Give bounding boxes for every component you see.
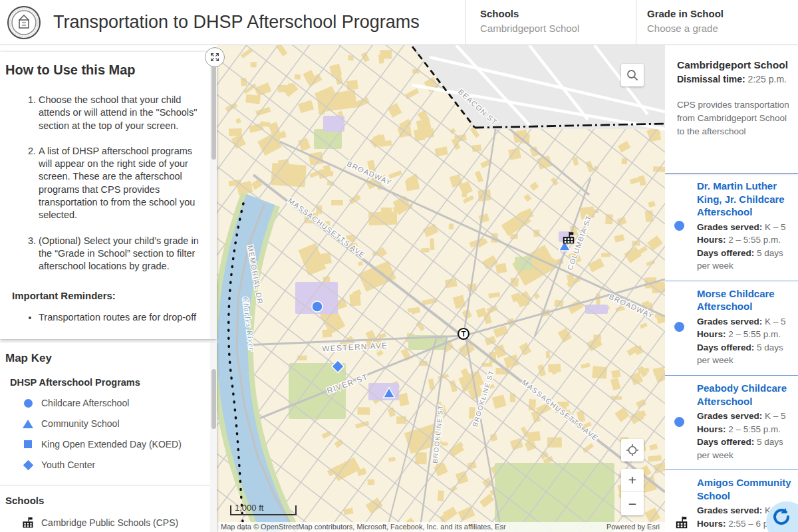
programs-panel: Cambridgeport School Dismissal time: 2:2… <box>665 45 798 532</box>
legend-label: Cambridge Public Schools (CPS) <box>41 517 178 528</box>
legend-label: Childcare Afterschool <box>41 398 129 408</box>
map-key-programs-heading: DHSP Afterschool Programs <box>10 377 217 388</box>
dismissal-value: 2:25 p.m. <box>748 74 787 84</box>
program-field: Days offered: 5 days per week <box>697 341 793 367</box>
search-button[interactable] <box>621 64 644 86</box>
program-link[interactable]: Morse Childcare Afterschool <box>697 287 793 313</box>
locate-icon <box>626 444 639 457</box>
program-card[interactable]: Dr. Martin Luther King, Jr. Childcare Af… <box>665 173 798 281</box>
grade-selector-value: Choose a grade <box>647 23 798 34</box>
legend-label: Community School <box>41 418 120 429</box>
schools-legend-list: Cambridge Public Schools (CPS) <box>0 516 217 529</box>
howto-scrollbar-thumb[interactable] <box>211 60 216 160</box>
map-attribution: Map data © OpenStreetMap contributors, M… <box>217 522 665 532</box>
page-title: Transportation to DHSP Afterschool Progr… <box>53 12 420 33</box>
program-field: Grades served: K – 5 <box>697 221 793 234</box>
svg-text:T: T <box>462 330 466 338</box>
attribution-text: Map data © OpenStreetMap contributors, M… <box>221 523 506 532</box>
map-key-divider <box>0 485 217 485</box>
zoom-controls: + − <box>621 469 644 515</box>
legend-label: Youth Center <box>41 460 95 470</box>
howto-step-1: Choose the school that your child attend… <box>39 94 200 132</box>
program-link[interactable]: Dr. Martin Luther King, Jr. Childcare Af… <box>697 180 793 219</box>
program-link[interactable]: Peabody Childcare Afterschool <box>697 382 793 408</box>
map-key-heading: Map Key <box>0 342 217 365</box>
program-field: Hours: 2 – 5:55 p.m. <box>697 328 793 341</box>
expand-panel-button[interactable] <box>205 47 225 67</box>
dismissal-label: Dismissal time: <box>677 74 745 84</box>
dismissal-time: Dismissal time: 2:25 p.m. <box>677 72 790 86</box>
map-container: BEACON STBROADWAYMASSACHUSETTS AVECOLUMB… <box>217 45 665 532</box>
howto-heading: How to Use this Map <box>5 63 200 78</box>
childcare-circle-icon <box>673 322 697 332</box>
selected-school-name: Cambridgeport School <box>677 59 790 72</box>
program-card[interactable]: Morse Childcare Afterschool Grades serve… <box>665 281 798 375</box>
school-building-icon <box>673 515 697 530</box>
program-list: Dr. Martin Luther King, Jr. Childcare Af… <box>665 173 798 532</box>
program-card[interactable]: Peabody Childcare Afterschool Grades ser… <box>665 375 798 469</box>
legend-list: Childcare Afterschool Community School K… <box>0 398 217 470</box>
undo-arrow-icon <box>771 507 791 527</box>
grade-selector[interactable]: Grade in School Choose a grade <box>636 0 798 45</box>
minus-icon: − <box>628 496 636 512</box>
diamond-symbol-icon <box>20 462 36 469</box>
schools-selector-value: Cambridgeport School <box>480 23 636 34</box>
legend-item: Community School <box>20 418 217 429</box>
app-header: Transportation to DHSP Afterschool Progr… <box>0 0 798 45</box>
schools-selector-label: Schools <box>480 8 636 19</box>
city-seal-logo <box>7 5 41 40</box>
header-title-area: Transportation to DHSP Afterschool Progr… <box>0 0 466 45</box>
school-building-icon <box>20 516 36 529</box>
legend-item: Cambridge Public Schools (CPS) <box>20 516 217 529</box>
reminders-heading: Important Reminders: <box>12 290 200 301</box>
legend-item: Childcare Afterschool <box>20 398 217 408</box>
legend-item: King Open Extended Day (KOED) <box>20 439 217 450</box>
childcare-circle-icon <box>673 221 697 231</box>
grade-selector-label: Grade in School <box>647 8 798 19</box>
map-key-panel: Map Key DHSP Afterschool Programs Childc… <box>0 342 217 532</box>
howto-step-3: (Optional) Select your child’s grade in … <box>39 235 200 273</box>
map-marker-childcare-afterschool[interactable] <box>312 301 323 312</box>
map-canvas[interactable]: BEACON STBROADWAYMASSACHUSETTS AVECOLUMB… <box>217 45 665 532</box>
zoom-in-button[interactable]: + <box>621 469 644 492</box>
reminder-item: Transportation routes are for drop-off <box>39 311 200 324</box>
square-symbol-icon <box>20 440 36 448</box>
howto-panel: How to Use this Map Choose the school th… <box>0 52 217 339</box>
schools-selector[interactable]: Schools Cambridgeport School <box>466 0 636 45</box>
school-description: CPS provides transportation from Cambrid… <box>677 98 790 139</box>
triangle-symbol-icon <box>20 420 36 428</box>
program-field: Hours: 2 – 5:55 p.m. <box>697 423 793 436</box>
program-field: Days offered: 5 days per week <box>697 247 793 273</box>
zoom-out-button[interactable]: − <box>621 492 644 515</box>
legend-label: King Open Extended Day (KOED) <box>41 439 182 450</box>
powered-by-esri-link[interactable]: Powered by Esri <box>606 523 660 532</box>
howto-step-2: A list of DHSP afterschool programs will… <box>39 145 200 222</box>
map-key-schools-heading: Schools <box>5 495 217 506</box>
childcare-circle-icon <box>673 417 697 427</box>
legend-item: Youth Center <box>20 460 217 470</box>
main-area: BEACON STBROADWAYMASSACHUSETTS AVECOLUMB… <box>0 45 798 532</box>
scale-bar-label: 1,000 ft <box>235 503 263 513</box>
scale-bar: 1,000 ft <box>230 505 297 515</box>
program-field: Days offered: 5 days per week <box>697 436 793 462</box>
plus-icon: + <box>628 472 636 488</box>
search-icon <box>626 68 639 82</box>
school-info-section: Cambridgeport School Dismissal time: 2:2… <box>665 45 798 173</box>
program-field: Grades served: K – 5 <box>697 410 793 423</box>
circle-symbol-icon <box>20 399 36 408</box>
program-field: Grades served: K – 5 <box>697 315 793 329</box>
expand-icon <box>209 51 221 63</box>
map-marker-t-station[interactable]: T <box>458 329 469 339</box>
map-key-scrollbar-thumb[interactable] <box>211 369 216 429</box>
program-field: Hours: 2 – 5:55 p.m. <box>697 233 793 247</box>
reminders-list: Transportation routes are for drop-off <box>39 311 200 324</box>
locate-button[interactable] <box>621 439 644 462</box>
howto-steps-list: Choose the school that your child attend… <box>39 94 200 273</box>
program-link[interactable]: Amigos Community School <box>697 476 793 502</box>
